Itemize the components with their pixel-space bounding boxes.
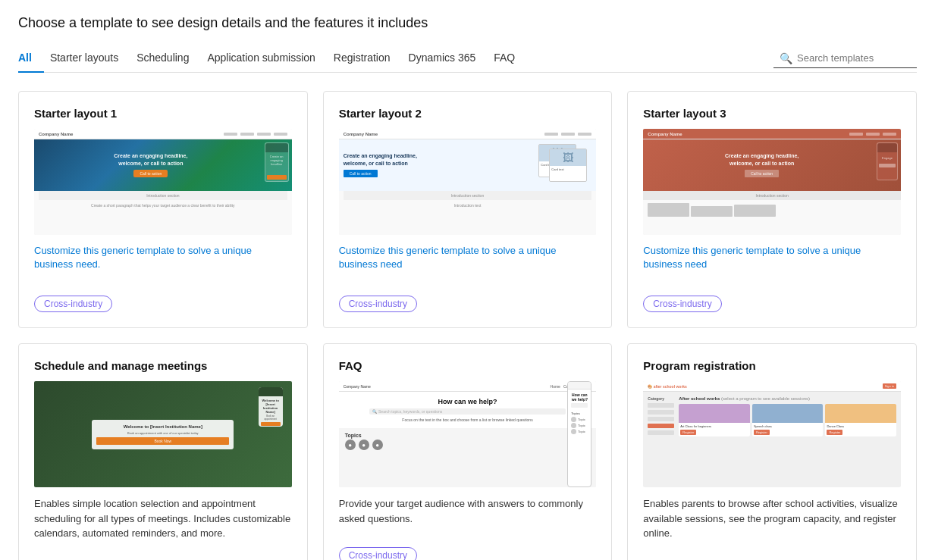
card-tag: Cross-industry <box>339 296 417 312</box>
tab-dynamics365[interactable]: Dynamics 365 <box>409 45 488 73</box>
card-description: Customize this generic template to solve… <box>339 244 597 271</box>
card-title: Starter layout 2 <box>339 107 597 120</box>
card-description: Customize this generic template to solve… <box>643 244 901 271</box>
search-icon: 🔍 <box>780 52 792 64</box>
card-description: Enables simple location selection and ap… <box>34 496 292 541</box>
card-title: Starter layout 3 <box>643 107 901 120</box>
page-heading: Choose a template to see design details … <box>18 15 917 31</box>
card-description: Provide your target audience with answer… <box>339 496 597 526</box>
card-title: Program registration <box>643 359 901 372</box>
card-image-starter-2: Company Name Create an engaging headline… <box>339 129 597 235</box>
search-box: 🔍 <box>773 49 917 68</box>
cards-grid: Starter layout 1 Company Name Create an … <box>18 91 917 560</box>
card-faq[interactable]: FAQ Company Name Home Contact Staff How … <box>323 343 613 560</box>
card-schedule[interactable]: Schedule and manage meetings Welcome to … <box>18 343 308 560</box>
search-input[interactable] <box>797 52 911 64</box>
tab-starter-layouts[interactable]: Starter layouts <box>50 45 130 73</box>
card-description: Enables parents to browse after school a… <box>643 496 901 541</box>
card-title: FAQ <box>339 359 597 372</box>
card-tag: Cross-industry <box>643 296 721 312</box>
tab-registration[interactable]: Registration <box>334 45 403 73</box>
card-starter-3[interactable]: Starter layout 3 Company Name Create an … <box>627 91 917 328</box>
card-program-registration[interactable]: Program registration 🎨 after school work… <box>627 343 917 560</box>
nav-tabs: All Starter layouts Scheduling Applicati… <box>18 45 773 72</box>
card-starter-1[interactable]: Starter layout 1 Company Name Create an … <box>18 91 308 328</box>
card-image-faq: Company Name Home Contact Staff How can … <box>339 381 597 487</box>
tab-application-submission[interactable]: Application submission <box>207 45 327 73</box>
card-image-starter-1: Company Name Create an engaging headline… <box>34 129 292 235</box>
card-image-schedule: Welcome to [Insert Institution Name] Boo… <box>34 381 292 487</box>
nav-bar: All Starter layouts Scheduling Applicati… <box>18 45 917 73</box>
tab-scheduling[interactable]: Scheduling <box>136 45 201 73</box>
card-image-starter-3: Company Name Create an engaging headline… <box>643 129 901 235</box>
tab-faq[interactable]: FAQ <box>494 45 527 73</box>
card-tag: Cross-industry <box>34 296 112 312</box>
card-title: Starter layout 1 <box>34 107 292 120</box>
card-image-program: 🎨 after school works Sign in Category Af… <box>643 381 901 487</box>
card-starter-2[interactable]: Starter layout 2 Company Name Create an … <box>323 91 613 328</box>
card-description: Customize this generic template to solve… <box>34 244 292 271</box>
card-title: Schedule and manage meetings <box>34 359 292 372</box>
card-tag: Cross-industry <box>339 547 417 560</box>
tab-all[interactable]: All <box>18 45 44 73</box>
